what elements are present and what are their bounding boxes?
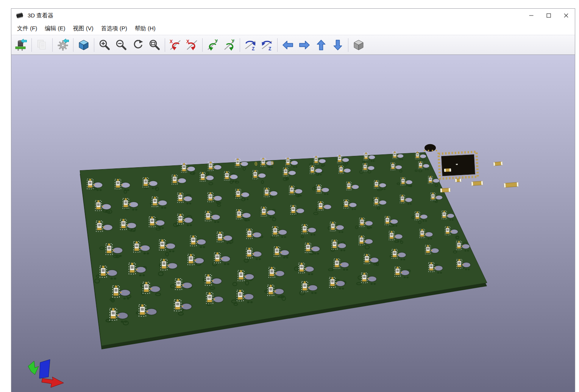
- window-title: 3D 查看器: [28, 12, 53, 19]
- title-bar: 3D 查看器: [11, 9, 575, 22]
- menu-file[interactable]: 文件 (F): [13, 24, 41, 33]
- toolbar-separator: [240, 38, 240, 52]
- render-options-button[interactable]: [55, 37, 71, 53]
- redraw-button[interactable]: [130, 37, 146, 53]
- svg-text:Z: Z: [252, 46, 254, 51]
- maximize-button[interactable]: [540, 9, 557, 22]
- zoom-fit-icon: [148, 39, 161, 51]
- copy-image-icon: [36, 39, 48, 51]
- toolbar-separator: [31, 38, 32, 52]
- toolbar-separator: [52, 38, 53, 52]
- rotate-x-ccw-button[interactable]: X: [167, 37, 184, 53]
- close-button[interactable]: [557, 9, 575, 22]
- ic-chip-icon: [15, 12, 24, 19]
- zoom-to-fit-button[interactable]: [146, 37, 163, 53]
- toolbar-separator: [94, 38, 94, 52]
- toolbar-separator: [277, 38, 278, 52]
- svg-text:Y: Y: [215, 39, 218, 44]
- arrow-down-icon: [331, 39, 344, 51]
- 3d-viewer-window: 3D 查看器 文件 (F) 编辑 (E) 视图 (V) 首选项 (P) 帮助 (…: [11, 8, 575, 392]
- axis-gizmo: [28, 359, 64, 387]
- ortho-cube-icon: [352, 39, 365, 51]
- minimize-icon: [529, 13, 534, 18]
- rotate-z-cw-icon: Z: [261, 39, 273, 51]
- reload-board-button[interactable]: [13, 37, 30, 53]
- menu-preferences[interactable]: 首选项 (P): [97, 24, 131, 33]
- rotate-x-ccw-icon: X: [169, 39, 182, 51]
- zoom-in-icon: [98, 39, 111, 51]
- rotate-x-cw-icon: X: [186, 39, 198, 51]
- svg-text:Z: Z: [268, 46, 271, 51]
- menu-edit[interactable]: 编辑 (E): [41, 24, 69, 33]
- toolbar-separator: [165, 38, 165, 52]
- arrow-up-icon: [315, 39, 328, 51]
- rotate-y-ccw-button[interactable]: Y: [204, 37, 221, 53]
- zoom-in-button[interactable]: [96, 37, 113, 53]
- zoom-out-icon: [115, 39, 128, 51]
- menu-help[interactable]: 帮助 (H): [131, 24, 159, 33]
- svg-text:Y: Y: [231, 39, 234, 44]
- rotate-y-cw-icon: Y: [223, 39, 236, 51]
- rotate-y-ccw-icon: Y: [206, 39, 219, 51]
- arrow-left-icon: [281, 39, 294, 51]
- reload-board-icon: [15, 39, 28, 51]
- rotate-z-ccw-button[interactable]: Z: [242, 37, 259, 53]
- rotate-x-cw-button[interactable]: X: [184, 37, 200, 53]
- orthographic-projection-button[interactable]: [350, 37, 367, 53]
- minimize-button[interactable]: [523, 9, 540, 22]
- rotate-z-cw-button[interactable]: Z: [259, 37, 275, 53]
- menu-bar: 文件 (F) 编辑 (E) 视图 (V) 首选项 (P) 帮助 (H): [11, 22, 575, 35]
- arrow-right-icon: [298, 39, 311, 51]
- render-current-view-button[interactable]: [75, 37, 92, 53]
- window-controls: [523, 9, 575, 22]
- gear-icon: [56, 39, 69, 51]
- rotate-z-ccw-icon: Z: [244, 39, 257, 51]
- move-up-button[interactable]: [313, 37, 329, 53]
- toolbar-separator: [348, 38, 348, 52]
- move-right-button[interactable]: [296, 37, 313, 53]
- redraw-icon: [131, 39, 144, 51]
- svg-text:X: X: [170, 39, 173, 44]
- rotate-y-cw-button[interactable]: Y: [221, 37, 238, 53]
- toolbar-separator: [73, 38, 73, 52]
- zoom-out-button[interactable]: [113, 37, 130, 53]
- menu-view[interactable]: 视图 (V): [69, 24, 97, 33]
- 3d-viewport[interactable]: 0 0: [11, 55, 575, 392]
- toolbar-separator: [202, 38, 203, 52]
- move-left-button[interactable]: [279, 37, 296, 53]
- maximize-icon: [546, 13, 551, 18]
- close-icon: [564, 13, 568, 18]
- move-down-button[interactable]: [329, 37, 346, 53]
- toolbar: X X Y: [11, 35, 575, 55]
- pcb-3d-scene: 0 0: [11, 55, 575, 392]
- blue-cube-icon: [77, 39, 90, 51]
- copy-3d-image-button[interactable]: [34, 37, 50, 53]
